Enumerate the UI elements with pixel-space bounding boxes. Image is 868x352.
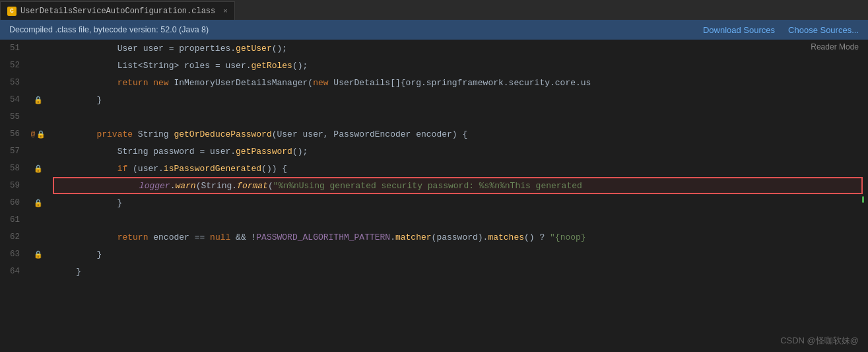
code-content: User user = properties.getUser(); List<S…: [53, 40, 868, 352]
line-number-59: 59: [0, 181, 25, 190]
tab-file-name: UserDetailsServiceAutoConfiguration.clas…: [20, 7, 215, 16]
choose-sources-link[interactable]: Choose Sources...: [788, 25, 859, 35]
code-line-64: }: [53, 263, 868, 280]
tab-file-icon: C: [7, 7, 17, 16]
csdn-watermark: CSDN @怪咖软妹@: [780, 335, 859, 347]
code-line-63: }: [53, 246, 868, 263]
line-gutter: 51 52 53 54 🔒 55 56 @: [0, 40, 53, 352]
gutter-row-53: 53: [0, 74, 53, 91]
gutter-row-51: 51: [0, 40, 53, 57]
gutter-row-63: 63 🔒: [0, 246, 53, 263]
code-line-55: [53, 108, 868, 125]
code-line-58: if (user.isPasswordGenerated()) {: [53, 160, 868, 177]
code-line-56: private String getOrDeducePassword(User …: [53, 125, 868, 143]
line-number-58: 58: [0, 164, 25, 173]
line-number-62: 62: [0, 232, 25, 242]
gutter-row-58: 58 🔒: [0, 160, 53, 177]
line-number-60: 60: [0, 198, 25, 207]
gutter-row-61: 61: [0, 211, 53, 229]
gutter-row-57: 57: [0, 143, 53, 160]
gutter-row-55: 55: [0, 108, 53, 125]
decompiled-info-text: Decompiled .class file, bytecode version…: [9, 25, 209, 34]
gutter-row-56: 56 @ 🔒: [0, 125, 53, 143]
line-number-61: 61: [0, 215, 25, 225]
code-line-52: List<String> roles = user.getRoles();: [53, 57, 868, 74]
line-markers-54: 🔒: [25, 96, 51, 104]
line-markers-63: 🔒: [25, 250, 51, 259]
code-line-53: return new InMemoryUserDetailsManager(ne…: [53, 74, 868, 91]
gutter-row-52: 52: [0, 57, 53, 74]
lock-icon-60: 🔒: [34, 199, 43, 207]
line-number-55: 55: [0, 112, 25, 122]
scroll-position-indicator: [862, 196, 864, 203]
line-number-51: 51: [0, 44, 25, 53]
line-number-54: 54: [0, 95, 25, 104]
file-tab[interactable]: C UserDetailsServiceAutoConfiguration.cl…: [0, 1, 235, 20]
gutter-row-60: 60 🔒: [0, 194, 53, 211]
gutter-row-54: 54 🔒: [0, 91, 53, 108]
line-markers-58: 🔒: [25, 164, 51, 173]
code-line-62: return encoder == null && !PASSWORD_ALGO…: [53, 229, 868, 246]
info-bar: Decompiled .class file, bytecode version…: [0, 20, 868, 40]
gutter-row-62: 62: [0, 229, 53, 246]
gutter-row-59: 59: [0, 177, 53, 194]
lock-icon-58: 🔒: [34, 164, 43, 173]
line-markers-60: 🔒: [25, 199, 51, 207]
tab-bar: C UserDetailsServiceAutoConfiguration.cl…: [0, 0, 868, 20]
code-line-51: User user = properties.getUser();: [53, 40, 868, 57]
code-line-61: [53, 211, 868, 229]
info-bar-actions: Download Sources Choose Sources...: [703, 25, 859, 35]
line-number-53: 53: [0, 78, 25, 87]
line-number-52: 52: [0, 61, 25, 70]
line-number-63: 63: [0, 250, 25, 259]
annotation-icon-56: @: [31, 130, 36, 138]
line-markers-56: @ 🔒: [25, 130, 51, 139]
lock-icon-63: 🔒: [34, 250, 43, 259]
line-number-57: 57: [0, 147, 25, 156]
code-line-54: }: [53, 91, 868, 108]
tab-close-button[interactable]: ×: [223, 7, 228, 15]
code-line-60: }: [53, 194, 868, 211]
gutter-row-64: 64: [0, 263, 53, 280]
code-line-57: String password = user.getPassword();: [53, 143, 868, 160]
code-area: Reader Mode 51 52 53 54 🔒 55: [0, 40, 868, 352]
download-sources-link[interactable]: Download Sources: [703, 25, 775, 35]
line-number-64: 64: [0, 267, 25, 276]
line-number-56: 56: [0, 129, 25, 139]
code-line-59: logger.warn(String.format("%n%nUsing gen…: [53, 177, 863, 194]
lock-icon-54: 🔒: [34, 96, 43, 104]
lock-icon-56: 🔒: [36, 130, 46, 139]
